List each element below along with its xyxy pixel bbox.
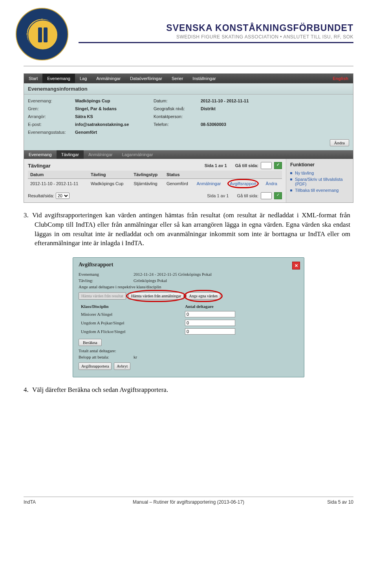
- nav-dataoverforingar[interactable]: Dataöverföringar: [125, 74, 167, 83]
- func-new-comp[interactable]: Ny tävling: [290, 170, 349, 176]
- logo-year-left: 19: [19, 31, 24, 36]
- btn-own-values[interactable]: Ange egna värden: [186, 292, 220, 300]
- page-indicator-bottom: Sida 1 av 1: [207, 193, 229, 198]
- info-value2: [201, 130, 349, 135]
- nav-evenemang[interactable]: Evenemang: [42, 74, 75, 83]
- class-cell: Miniorer A/Singel: [79, 310, 183, 319]
- count-input[interactable]: [185, 311, 235, 317]
- subtab-anmalningar[interactable]: Anmälningar: [84, 150, 117, 159]
- paragraph-4: 4.Välj därefter Beräkna och sedan Avgift…: [35, 385, 350, 395]
- info-value2: Distrikt: [201, 106, 349, 111]
- logo-year-right: 04: [60, 31, 65, 36]
- btn-from-registrations[interactable]: Hämta värden från anmälningar: [128, 292, 184, 300]
- goto-label: Gå till sida:: [235, 163, 258, 168]
- participant-table: Klass/DisciplinAntal deltagare Miniorer …: [79, 303, 298, 336]
- info-label: E-post:: [28, 122, 75, 127]
- nav-serier[interactable]: Serier: [167, 74, 188, 83]
- col-klass: Klass/Disciplin: [79, 303, 183, 310]
- goto-page-input[interactable]: [261, 162, 272, 169]
- goto-page-button[interactable]: ✓: [274, 162, 282, 169]
- info-value2: [201, 114, 349, 119]
- nav-english[interactable]: English: [328, 74, 353, 83]
- goto-page-input-bottom[interactable]: [261, 192, 272, 199]
- amount-unit: kr: [134, 355, 137, 359]
- info-label2: Kontaktperson:: [154, 114, 201, 119]
- col-typ: Tävlingstyp: [131, 171, 164, 179]
- info-value: info@satrakonstakning.se: [75, 122, 154, 127]
- link-andra[interactable]: Ändra: [266, 181, 277, 186]
- tv-label: Tävling:: [79, 278, 134, 283]
- section-title: Evenemangsinformation: [24, 83, 353, 95]
- org-subtitle: SWEDISH FIGURE SKATING ASSOCIATION • ANS…: [176, 34, 353, 40]
- para3-num: 3.: [24, 211, 32, 220]
- info-label2: Geografisk nivå:: [154, 106, 201, 111]
- func-back[interactable]: Tillbaka till evenemang: [290, 187, 349, 193]
- para3-text: Vid avgiftsrapporteringen kan värden ant…: [32, 211, 350, 247]
- submit-fee-report-button[interactable]: Avgiftsrapportera: [79, 362, 112, 370]
- info-value: Sätra KS: [75, 114, 154, 119]
- tv-value: Grönköpings Pokal: [134, 278, 167, 283]
- col-datum: Datum: [28, 171, 88, 179]
- header-rule-thin: [24, 66, 353, 66]
- nav-lag[interactable]: Lag: [75, 74, 92, 83]
- info-value: Singel, Par & Isdans: [75, 106, 154, 111]
- info-label: Gren:: [28, 106, 75, 111]
- competitions-table: Datum Tävling Tävlingstyp Status 2012-11…: [28, 171, 282, 188]
- col-antal: Antal deltagare: [183, 303, 298, 310]
- results-per-page-label: Resultat/sida:: [28, 193, 54, 198]
- nav-anmalningar[interactable]: Anmälningar: [92, 74, 125, 83]
- nav-installningar[interactable]: Inställningar: [188, 74, 220, 83]
- close-icon[interactable]: ✕: [292, 262, 300, 269]
- paragraph-3: 3.Vid avgiftsrapporteringen kan värden a…: [35, 211, 350, 248]
- results-per-page-select[interactable]: 20: [56, 193, 70, 199]
- info-label: Evenemangsstatus:: [28, 130, 75, 135]
- calculate-button[interactable]: Beräkna: [79, 339, 102, 346]
- subtab-laganmalningar[interactable]: Laganmälningar: [117, 150, 158, 159]
- nav-start[interactable]: Start: [24, 74, 42, 83]
- cell-name: Wadköpings Cup: [88, 179, 131, 189]
- total-label: Totalt antal deltagare:: [79, 348, 134, 353]
- cell-status: Genomförd: [164, 179, 194, 189]
- col-status: Status: [164, 171, 194, 179]
- cancel-button[interactable]: Avbryt: [114, 362, 130, 370]
- goto-label-bottom: Gå till sida:: [237, 193, 258, 198]
- subtab-evenemang[interactable]: Evenemang: [24, 150, 57, 159]
- screenshot-event-panel: Start Evenemang Lag Anmälningar Dataöver…: [24, 73, 353, 203]
- count-input[interactable]: [185, 320, 235, 326]
- subtab-tavlingar[interactable]: Tävlingar: [57, 150, 84, 159]
- dialog-title: Avgiftsrapport: [79, 262, 298, 268]
- info-value2: 08-53060003: [201, 122, 349, 127]
- sub-tabs: Evenemang Tävlingar Anmälningar Laganmäl…: [24, 150, 353, 159]
- page-footer: IndTA Manual – Rutiner för avgiftsrappor…: [24, 497, 353, 505]
- link-avgiftsrapport[interactable]: Avgiftsrapport: [230, 181, 256, 186]
- table-row: 2012-11-10 - 2012-11-11 Wadköpings Cup S…: [28, 179, 282, 189]
- cell-type: Stjärntävling: [131, 179, 164, 189]
- class-cell: Ungdom A Pojkar/Singel: [79, 319, 183, 327]
- dialog-instruction: Ange antal deltagare i respektive klass/…: [79, 284, 161, 289]
- func-save-pdf[interactable]: Spara/Skriv ut tillvalslista (PDF): [290, 176, 349, 187]
- tavlingar-heading: Tävlingar: [28, 163, 51, 169]
- count-input[interactable]: [185, 328, 235, 335]
- page-header: 19 04 SVENSKA KONSTÅKNINGSFÖRBUNDET SWED…: [24, 16, 353, 63]
- info-value: Wadköpings Cup: [75, 98, 154, 103]
- page-indicator: Sida 1 av 1: [205, 163, 227, 168]
- org-title: SVENSKA KONSTÅKNINGSFÖRBUNDET: [166, 23, 353, 33]
- link-anmalningar[interactable]: Anmälningar: [197, 181, 221, 186]
- event-info: Evenemang:Wadköpings CupDatum:2012-11-10…: [24, 95, 353, 139]
- info-value: Genomfört: [75, 130, 154, 135]
- footer-left: IndTA: [24, 499, 102, 505]
- header-rule: [79, 42, 353, 43]
- change-button[interactable]: Ändra: [330, 139, 350, 146]
- ev-label: Evenemang: [79, 272, 134, 277]
- btn-from-results[interactable]: Hämta värden från resultat: [79, 292, 126, 300]
- ev-value: 2012-11-24 - 2012-11-25 Grönköpings Poka…: [134, 272, 212, 277]
- info-label2: Telefon:: [154, 122, 201, 127]
- col-tavling: Tävling: [88, 171, 131, 179]
- para4-text: Välj därefter Beräkna och sedan Avgiftsr…: [32, 386, 168, 393]
- federation-logo: 19 04: [16, 8, 71, 63]
- info-label2: [154, 130, 201, 135]
- cell-date: 2012-11-10 - 2012-11-11: [28, 179, 88, 189]
- goto-page-button-bottom[interactable]: ✓: [274, 192, 282, 199]
- amount-label: Belopp att betala:: [79, 355, 134, 359]
- class-cell: Ungdom A Flickor/Singel: [79, 327, 183, 336]
